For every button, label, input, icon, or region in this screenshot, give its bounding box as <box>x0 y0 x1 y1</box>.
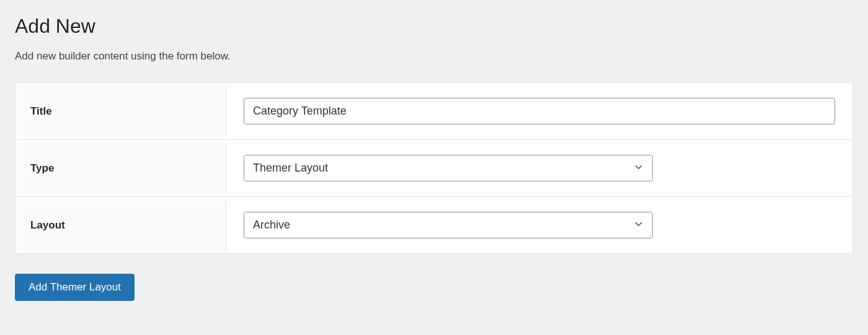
layout-select[interactable]: Archive <box>244 212 653 238</box>
form-table: Title Type Themer Layout Layout Archive <box>15 82 853 254</box>
page-description: Add new builder content using the form b… <box>15 50 853 63</box>
title-label: Title <box>16 87 226 136</box>
title-input[interactable] <box>244 98 835 124</box>
form-row-title: Title <box>16 83 852 140</box>
form-row-layout: Layout Archive <box>16 197 852 253</box>
type-select[interactable]: Themer Layout <box>244 155 653 181</box>
layout-label: Layout <box>16 201 226 250</box>
form-row-type: Type Themer Layout <box>16 140 852 197</box>
page-title: Add New <box>15 15 853 38</box>
type-label: Type <box>16 144 226 193</box>
add-themer-layout-button[interactable]: Add Themer Layout <box>15 274 135 301</box>
